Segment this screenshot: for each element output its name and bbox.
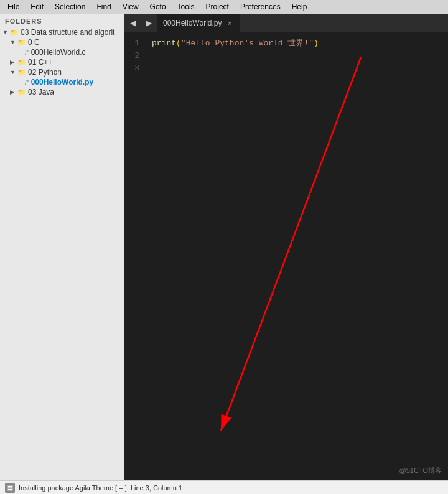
nav-forward-button[interactable]: ▶ [142,16,156,30]
code-line-3 [152,62,441,75]
menu-edit[interactable]: Edit [26,1,49,12]
arrow-03java: ▶ [10,89,17,95]
editor-area: ◀ ▶ 000HelloWorld.py ✕ 1 2 3 print("Hell… [124,14,448,480]
tree-label-02python: 02 Python [28,68,62,77]
menu-find[interactable]: Find [91,1,116,12]
menu-selection[interactable]: Selection [50,1,90,12]
line-num-3: 3 [124,62,139,75]
tree-label-root: 03 Data structure and algorit [21,28,114,37]
menu-preferences[interactable]: Preferences [235,1,286,12]
svg-rect-3 [8,486,12,487]
editor-content[interactable]: 1 2 3 print("Hello Python's World 世界!") [124,32,448,480]
folder-icon-02python: 📁 [17,68,26,77]
svg-rect-5 [8,489,12,490]
file-icon-py: /* [25,79,29,86]
arrow-01cpp: ▶ [10,59,17,65]
status-bar: Installing package Agila Theme [ = ]. Li… [0,480,448,494]
tree-item-02python[interactable]: ▼ 📁 02 Python [0,67,124,77]
editor-tab[interactable]: 000HelloWorld.py ✕ [157,14,240,32]
line-numbers: 1 2 3 [124,32,144,480]
menu-project[interactable]: Project [201,1,234,12]
arrow-0c: ▼ [10,39,17,45]
file-icon-c: /* [25,49,29,56]
arrow-root: ▼ [2,29,10,35]
menu-view[interactable]: View [118,1,144,12]
menu-file[interactable]: File [2,1,24,12]
tree-item-03java[interactable]: ▶ 📁 03 Java [0,87,124,97]
folder-icon-01cpp: 📁 [17,58,26,67]
status-message: Installing package Agila Theme [ = ]. Li… [19,484,182,492]
folder-icon-0c: 📁 [17,39,26,47]
tree-item-root[interactable]: ▼ 📁 03 Data structure and algorit [0,27,124,37]
code-line-1: print("Hello Python's World 世界!") [152,37,441,50]
tree-label-hello-c: 000HelloWorld.c [31,48,86,57]
tree-label-01cpp: 01 C++ [28,58,52,67]
tree-label-0c: 0 C [28,38,40,47]
tree-item-hello-py[interactable]: /* 000HelloWorld.py [0,77,124,87]
status-icon [5,483,15,493]
code-area[interactable]: print("Hello Python's World 世界!") [144,32,448,480]
nav-back-button[interactable]: ◀ [126,16,139,30]
svg-rect-4 [8,487,12,488]
tab-bar: ◀ ▶ 000HelloWorld.py ✕ [124,14,448,32]
sidebar: FOLDERS ▼ 📁 03 Data structure and algori… [0,14,124,480]
folder-icon-root: 📁 [10,29,19,37]
tree-label-hello-py: 000HelloWorld.py [31,78,93,86]
main-layout: FOLDERS ▼ 📁 03 Data structure and algori… [0,14,448,480]
tree-label-03java: 03 Java [28,88,54,96]
tree-item-hello-c[interactable]: /* 000HelloWorld.c [0,47,124,57]
tab-close-button[interactable]: ✕ [226,19,233,27]
menu-help[interactable]: Help [287,1,312,12]
tab-filename: 000HelloWorld.py [163,19,222,27]
menu-bar: File Edit Selection Find View Goto Tools… [0,0,448,14]
arrow-02python: ▼ [10,69,17,75]
tree-item-01cpp[interactable]: ▶ 📁 01 C++ [0,57,124,67]
line-num-2: 2 [124,50,139,62]
code-line-2 [152,50,441,62]
menu-goto[interactable]: Goto [145,1,171,12]
line-num-1: 1 [124,37,139,50]
folders-header: FOLDERS [0,14,124,27]
menu-tools[interactable]: Tools [172,1,200,12]
folder-icon-03java: 📁 [17,88,26,96]
tree-item-0c[interactable]: ▼ 📁 0 C [0,37,124,47]
